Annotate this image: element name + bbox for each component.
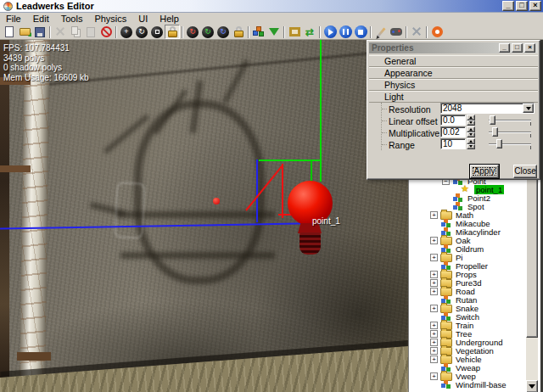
options-button[interactable] xyxy=(409,25,424,39)
slider-handle[interactable] xyxy=(496,139,502,148)
delete-button[interactable] xyxy=(98,25,114,39)
slider-handle[interactable] xyxy=(490,115,495,125)
tree-item[interactable]: + Props xyxy=(409,270,526,278)
range-stepper[interactable] xyxy=(467,138,475,149)
linear-offset-input[interactable]: 0.0 xyxy=(440,115,466,126)
tree-expand-toggle[interactable]: + xyxy=(430,288,438,295)
tree-item[interactable]: + Vegetation xyxy=(409,346,526,355)
tree-item[interactable]: Switch xyxy=(409,312,526,321)
tree-expand-toggle[interactable]: + xyxy=(430,211,438,219)
section-physics[interactable]: Physics xyxy=(369,79,538,91)
rotate-button[interactable]: ↻ xyxy=(134,25,149,39)
objects-button[interactable] xyxy=(251,25,266,39)
tree-expand-toggle[interactable]: + xyxy=(430,322,438,329)
window-close-button[interactable]: × xyxy=(529,1,541,11)
tree-item[interactable]: Propeller xyxy=(409,261,526,270)
menu-physics[interactable]: Physics xyxy=(88,13,132,25)
linear-offset-stepper[interactable] xyxy=(467,115,475,126)
tree-item[interactable]: Mikacube xyxy=(409,219,526,227)
tree-item[interactable]: + Pure3d xyxy=(409,278,526,287)
menu-tools[interactable]: Tools xyxy=(55,13,89,25)
tree-expand-toggle[interactable]: + xyxy=(430,372,438,380)
new-button[interactable] xyxy=(2,25,17,39)
properties-title-bar[interactable]: Properties _ □ × xyxy=(369,42,538,53)
tree-item[interactable]: + Pi xyxy=(409,253,526,261)
resolution-dropdown[interactable]: 2048 xyxy=(440,103,535,114)
pivot-point-handle[interactable] xyxy=(213,198,220,204)
open-button[interactable] xyxy=(17,25,32,39)
scale-button[interactable] xyxy=(149,25,165,39)
tree-expand-toggle[interactable]: + xyxy=(430,339,438,346)
menu-edit[interactable]: Edit xyxy=(27,13,55,25)
translate-button[interactable]: + xyxy=(119,25,134,39)
resolution-label: Resolution xyxy=(389,104,431,115)
menu-ui[interactable]: UI xyxy=(132,13,154,25)
tree-item[interactable]: Vweap xyxy=(409,363,526,372)
tree-item[interactable]: + Tree xyxy=(409,329,526,338)
tree-item[interactable]: Windmill-base xyxy=(409,380,526,389)
menu-help[interactable]: Help xyxy=(154,13,185,25)
tree-expand-toggle[interactable]: + xyxy=(430,330,438,338)
script-editor-button[interactable] xyxy=(373,25,389,39)
tree-item[interactable]: Point2 xyxy=(409,193,526,202)
panel-maximize-button[interactable]: □ xyxy=(512,43,523,53)
tree-item[interactable]: Rutan xyxy=(409,295,526,304)
section-appearance[interactable]: Appearance xyxy=(369,67,538,79)
tree-expand-toggle[interactable]: + xyxy=(430,347,438,355)
game-mode-button[interactable] xyxy=(389,25,404,39)
axis-y-button[interactable]: ↻ xyxy=(200,25,216,39)
refresh-button[interactable]: ⇄ xyxy=(302,25,317,39)
window-minimize-button[interactable]: _ xyxy=(502,1,514,11)
close-button[interactable]: Close xyxy=(513,165,537,178)
dropdown-arrow-button[interactable] xyxy=(523,104,534,113)
save-button[interactable] xyxy=(32,25,48,39)
scroll-down-button[interactable] xyxy=(526,380,538,392)
stop-button[interactable] xyxy=(353,25,368,39)
tree-expand-toggle[interactable]: + xyxy=(430,271,438,278)
axis-x-button[interactable]: ↻ xyxy=(185,25,200,39)
tree-item[interactable]: + Vehicle xyxy=(409,355,526,363)
cut-button[interactable] xyxy=(53,25,68,39)
window-maximize-button[interactable]: □ xyxy=(516,1,528,11)
tree-expand-toggle[interactable]: + xyxy=(430,356,438,363)
slider-handle[interactable] xyxy=(492,127,498,137)
tree-expand-toggle[interactable]: + xyxy=(430,305,438,312)
copy-button[interactable] xyxy=(68,25,83,39)
tree-item[interactable]: Oildrum xyxy=(409,244,526,253)
menu-file[interactable]: File xyxy=(0,13,27,25)
range-slider[interactable] xyxy=(489,138,531,149)
tree-expand-toggle[interactable]: + xyxy=(430,254,438,261)
lock-selection-button[interactable] xyxy=(165,25,180,39)
tree-item[interactable]: point_1 xyxy=(409,185,526,193)
section-general[interactable]: General xyxy=(369,55,538,67)
drop-button[interactable] xyxy=(266,25,282,39)
help-button[interactable] xyxy=(429,25,445,39)
tree-item[interactable]: + Oak xyxy=(409,236,526,244)
tree-item[interactable]: + Math xyxy=(409,210,526,219)
frame-button[interactable] xyxy=(287,25,302,39)
panel-close-button[interactable]: × xyxy=(524,43,535,53)
axis-z-button[interactable]: ↻ xyxy=(216,25,231,39)
tree-item[interactable]: + Vwep xyxy=(409,372,526,380)
multiplicative-offset-slider[interactable] xyxy=(489,126,531,137)
tree-item[interactable]: + Snake xyxy=(409,304,526,312)
panel-minimize-button[interactable]: _ xyxy=(499,43,510,53)
section-light[interactable]: Light xyxy=(369,91,538,103)
multiplicative-offset-input[interactable]: 0.02 xyxy=(440,126,466,137)
tree-expand-toggle[interactable]: + xyxy=(430,237,438,244)
pause-button[interactable] xyxy=(338,25,353,39)
tree-item[interactable]: Mikacylinder xyxy=(409,227,526,236)
play-button[interactable] xyxy=(322,25,338,39)
multiplicative-offset-stepper[interactable] xyxy=(467,126,475,137)
apply-button[interactable]: Apply xyxy=(470,165,499,178)
range-input[interactable]: 10 xyxy=(440,138,466,149)
3d-viewport[interactable]: point_1 FPS: 107.784431 3439 polys 0 sha… xyxy=(0,40,408,392)
tree-item[interactable]: + Train xyxy=(409,321,526,329)
linear-offset-slider[interactable] xyxy=(489,115,531,126)
tree-expand-toggle[interactable]: + xyxy=(430,279,438,287)
tree-item[interactable]: + Underground xyxy=(409,338,526,346)
tree-item[interactable]: Spot xyxy=(409,202,526,210)
tree-item[interactable]: + Road xyxy=(409,287,526,295)
lock-axes-button[interactable] xyxy=(231,25,246,39)
paste-button[interactable] xyxy=(83,25,98,39)
